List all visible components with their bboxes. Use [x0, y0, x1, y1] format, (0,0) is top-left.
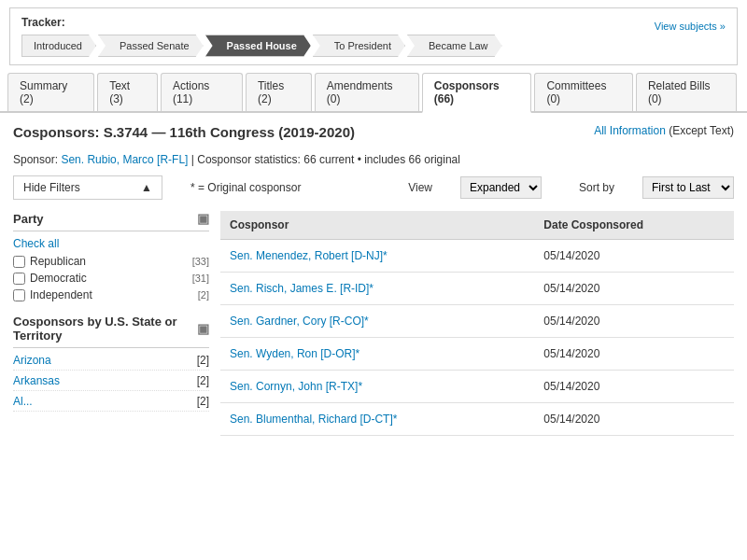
independent-checkbox[interactable]	[13, 289, 25, 301]
date-cell-6: 05/14/2020	[534, 403, 734, 436]
date-cell-3: 05/14/2020	[534, 305, 734, 338]
filter-republican: Republican [33]	[13, 255, 209, 268]
main-content: All Information (Except Text) Cosponsors…	[0, 113, 747, 447]
step-passed-senate: Passed Senate	[98, 35, 204, 57]
tracker-section: View subjects » Tracker: Introduced Pass…	[9, 7, 738, 65]
tab-text[interactable]: Text (3)	[97, 73, 158, 111]
cosponsor-cell-2: Sen. Risch, James E. [R-ID]*	[220, 273, 534, 305]
step-passed-house: Passed House	[205, 35, 311, 57]
tab-cosponsors[interactable]: Cosponsors (66)	[422, 73, 532, 113]
table-row: Sen. Blumenthal, Richard [D-CT]* 05/14/2…	[220, 403, 734, 436]
hide-filters-label: Hide Filters	[23, 181, 80, 194]
table-header-row: Cosponsor Date Cosponsored	[220, 211, 734, 240]
cosponsor-cell-6: Sen. Blumenthal, Richard [D-CT]*	[220, 403, 534, 436]
state-alabama-link[interactable]: Al...	[13, 395, 33, 408]
sponsor-line: Sponsor: Sen. Rubio, Marco [R-FL] | Cosp…	[13, 153, 734, 166]
state-alabama: Al... [2]	[13, 395, 209, 412]
all-info-label: All Information	[594, 124, 666, 137]
cosponsor-link-1[interactable]: Sen. Menendez, Robert [D-NJ]*	[230, 249, 388, 262]
party-section-header: Party ▣	[13, 211, 209, 231]
except-text-label: (Except Text)	[669, 124, 734, 137]
cosponsor-cell-5: Sen. Cornyn, John [R-TX]*	[220, 371, 534, 403]
check-all-link[interactable]: Check all	[13, 237, 209, 250]
col-cosponsor: Cosponsor	[220, 211, 534, 240]
view-label: View	[408, 181, 432, 194]
table-row: Sen. Gardner, Cory [R-CO]* 05/14/2020	[220, 305, 734, 338]
sponsor-link[interactable]: Sen. Rubio, Marco [R-FL]	[61, 153, 188, 166]
tab-titles[interactable]: Titles (2)	[246, 73, 312, 111]
party-filter-section: Party ▣ Check all Republican [33] Democr…	[13, 211, 209, 301]
independent-label: Independent	[30, 288, 193, 301]
state-section-header: Cosponsors by U.S. State or Territory ▣	[13, 315, 209, 348]
table-row: Sen. Wyden, Ron [D-OR]* 05/14/2020	[220, 338, 734, 371]
all-information-link[interactable]: All Information (Except Text)	[594, 124, 734, 137]
state-arkansas-link[interactable]: Arkansas	[13, 374, 60, 387]
tab-committees[interactable]: Committees (0)	[534, 73, 632, 111]
date-cell-4: 05/14/2020	[534, 338, 734, 371]
sponsor-prefix: Sponsor:	[13, 153, 58, 166]
step-became-law: Became Law	[407, 35, 502, 57]
party-section-title: Party	[13, 212, 44, 226]
date-cell-5: 05/14/2020	[534, 371, 734, 403]
table-row: Sen. Risch, James E. [R-ID]* 05/14/2020	[220, 273, 734, 305]
state-arkansas-count: [2]	[197, 374, 209, 387]
republican-checkbox[interactable]	[13, 256, 25, 268]
date-cell-2: 05/14/2020	[534, 273, 734, 305]
table-row: Sen. Menendez, Robert [D-NJ]* 05/14/2020	[220, 240, 734, 273]
democratic-checkbox[interactable]	[13, 273, 25, 285]
cosponsor-cell-4: Sen. Wyden, Ron [D-OR]*	[220, 338, 534, 371]
col-date: Date Cosponsored	[534, 211, 734, 240]
hide-filters-chevron: ▲	[141, 181, 152, 194]
cosponsor-link-4[interactable]: Sen. Wyden, Ron [D-OR]*	[230, 347, 359, 360]
republican-label: Republican	[30, 255, 188, 268]
state-alabama-count: [2]	[197, 395, 209, 408]
filter-independent: Independent [2]	[13, 288, 209, 301]
tab-actions[interactable]: Actions (11)	[161, 73, 243, 111]
asterisk-note: * = Original cosponsor	[190, 181, 380, 194]
cosponsor-link-2[interactable]: Sen. Risch, James E. [R-ID]*	[230, 282, 374, 295]
tracker-label: Tracker:	[21, 16, 726, 29]
cosponsor-table-wrap: Cosponsor Date Cosponsored Sen. Menendez…	[220, 211, 734, 436]
cosponsor-cell-1: Sen. Menendez, Robert [D-NJ]*	[220, 240, 534, 273]
tabs-bar: Summary (2) Text (3) Actions (11) Titles…	[0, 73, 747, 113]
cosponsor-table: Cosponsor Date Cosponsored Sen. Menendez…	[220, 211, 734, 436]
state-arizona: Arizona [2]	[13, 354, 209, 371]
state-section-icon[interactable]: ▣	[197, 321, 209, 336]
cosponsor-link-6[interactable]: Sen. Blumenthal, Richard [D-CT]*	[230, 413, 397, 426]
tab-related-bills[interactable]: Related Bills (0)	[636, 73, 737, 111]
tab-summary[interactable]: Summary (2)	[7, 73, 94, 111]
tracker-steps: Introduced Passed Senate Passed House To…	[21, 35, 726, 57]
state-filter-section: Cosponsors by U.S. State or Territory ▣ …	[13, 315, 209, 412]
party-section-icon[interactable]: ▣	[197, 211, 209, 226]
date-cell-1: 05/14/2020	[534, 240, 734, 273]
cosponsor-link-3[interactable]: Sen. Gardner, Cory [R-CO]*	[230, 315, 369, 328]
sort-label: Sort by	[579, 181, 614, 194]
democratic-label: Democratic	[30, 272, 188, 285]
view-select[interactable]: Expanded Compact	[460, 176, 542, 199]
step-to-president: To President	[313, 35, 405, 57]
view-subjects-link[interactable]: View subjects »	[655, 21, 726, 32]
sponsor-stats: | Cosponsor statistics: 66 current • inc…	[191, 153, 460, 166]
state-arizona-count: [2]	[197, 354, 209, 367]
cosponsor-link-5[interactable]: Sen. Cornyn, John [R-TX]*	[230, 380, 362, 393]
state-arkansas: Arkansas [2]	[13, 374, 209, 391]
hide-filters-button[interactable]: Hide Filters ▲	[13, 175, 162, 200]
republican-count: [33]	[192, 256, 209, 267]
cosponsor-cell-3: Sen. Gardner, Cory [R-CO]*	[220, 305, 534, 338]
sort-select[interactable]: First to Last Last to First Alphabetical	[642, 176, 734, 199]
state-arizona-link[interactable]: Arizona	[13, 354, 51, 367]
filter-bar: Hide Filters ▲ * = Original cosponsor Vi…	[13, 175, 734, 200]
democratic-count: [31]	[192, 273, 209, 284]
filter-democratic: Democratic [31]	[13, 272, 209, 285]
step-introduced: Introduced	[21, 35, 96, 57]
tab-amendments[interactable]: Amendments (0)	[315, 73, 419, 111]
two-col-layout: Party ▣ Check all Republican [33] Democr…	[13, 211, 734, 436]
state-section-title: Cosponsors by U.S. State or Territory	[13, 315, 197, 343]
table-row: Sen. Cornyn, John [R-TX]* 05/14/2020	[220, 371, 734, 403]
sidebar: Party ▣ Check all Republican [33] Democr…	[13, 211, 209, 436]
independent-count: [2]	[198, 289, 209, 301]
